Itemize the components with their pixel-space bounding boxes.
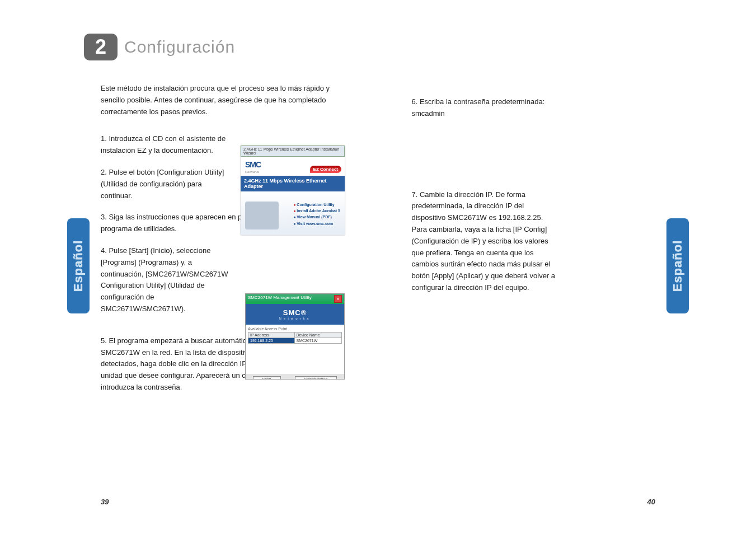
wizard-links: Configuration Utility Install Adobe Acro… bbox=[293, 202, 340, 227]
mgmt-titlebar: SMC2671W Management Utility × bbox=[246, 294, 344, 304]
screenshot-install-wizard: 2.4GHz 11 Mbps Wireless Ethernet Adapter… bbox=[241, 146, 345, 235]
chapter-header: 2 Configuración bbox=[84, 34, 345, 60]
wizard-titlebar: 2.4GHz 11 Mbps Wireless Ethernet Adapter… bbox=[241, 146, 345, 157]
page-number-left: 39 bbox=[101, 498, 109, 506]
ez-connect-badge: EZ Connect bbox=[310, 166, 341, 173]
page-number-right: 40 bbox=[647, 498, 655, 506]
mgmt-device-table: IP AddressDevice Name 192.168.2.25SMC267… bbox=[248, 332, 342, 344]
wizard-link-manual[interactable]: View Manual (PDF) bbox=[293, 214, 340, 220]
mgmt-configuration-button[interactable]: Configuration bbox=[295, 376, 337, 380]
step-6: 6. Escriba la contraseña predeterminada:… bbox=[412, 96, 656, 120]
wizard-banner: 2.4GHz 11 Mbps Wireless Ethernet Adapter bbox=[241, 176, 345, 191]
wizard-link-website[interactable]: Visit www.smc.com bbox=[293, 221, 340, 227]
mgmt-device-row[interactable]: 192.168.2.25SMC2671W bbox=[248, 338, 342, 344]
wizard-link-config-utility[interactable]: Configuration Utility bbox=[293, 202, 340, 208]
side-tab-espanol-right: Español bbox=[666, 218, 689, 313]
mgmt-scan-button[interactable]: Scan bbox=[253, 376, 281, 380]
chapter-number: 2 bbox=[84, 34, 118, 60]
chapter-title: Configuración bbox=[124, 38, 235, 57]
page-left: Español 2 Configuración Este método de i… bbox=[0, 0, 378, 534]
close-icon[interactable]: × bbox=[334, 295, 342, 303]
side-tab-espanol-left: Español bbox=[67, 218, 90, 313]
mgmt-col-name: Device Name bbox=[294, 332, 341, 338]
mgmt-col-ip: IP Address bbox=[248, 332, 295, 338]
mgmt-section-label: Available Access Point bbox=[248, 327, 342, 331]
page-right: Español 6. Escriba la contraseña predete… bbox=[378, 0, 757, 534]
step-7: 7. Cambie la dirección IP. De forma pred… bbox=[412, 189, 656, 294]
screenshot-management-utility: SMC2671W Management Utility × SMC® Netwo… bbox=[245, 293, 345, 380]
intro-paragraph: Este método de instalación procura que e… bbox=[101, 83, 336, 118]
wizard-link-acrobat[interactable]: Install Adobe Acrobat 5 bbox=[293, 208, 340, 214]
wizard-device-image bbox=[245, 202, 279, 229]
mgmt-header-logo: SMC® Networks bbox=[246, 304, 344, 325]
